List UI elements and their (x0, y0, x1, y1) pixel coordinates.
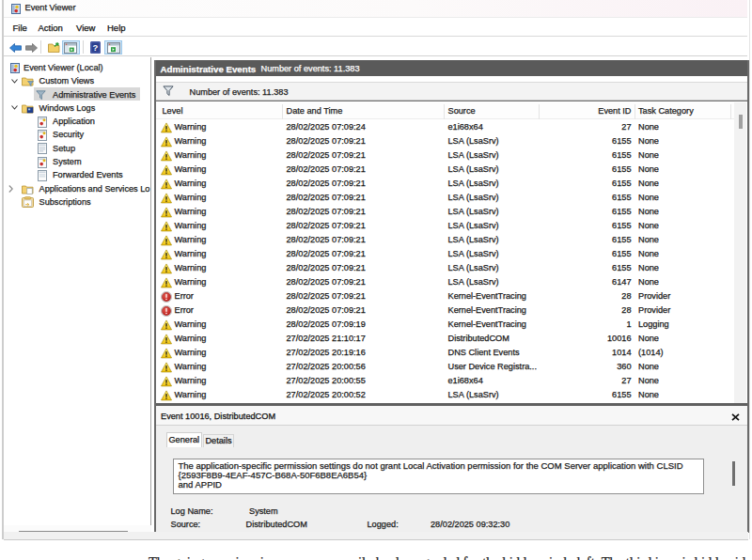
svg-text:?: ? (93, 42, 99, 53)
